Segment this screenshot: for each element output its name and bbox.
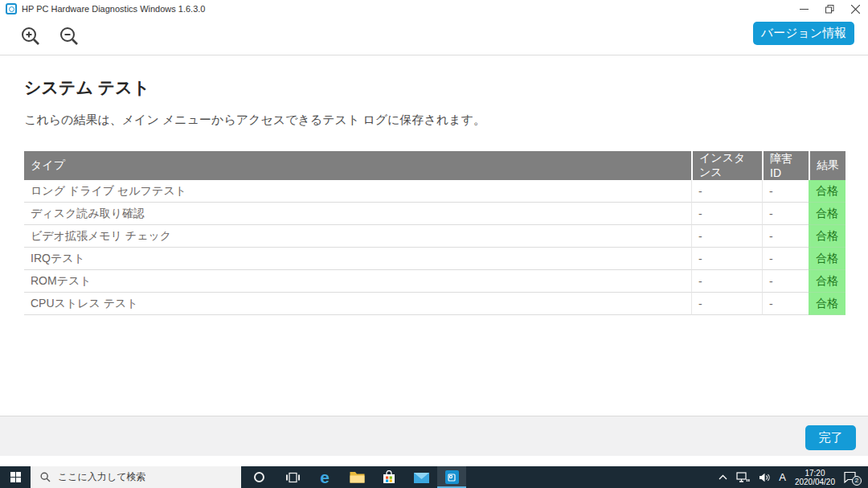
- titlebar: HP PC Hardware Diagnostics Windows 1.6.3…: [0, 0, 868, 18]
- cell-fault-id: -: [762, 270, 809, 293]
- network-icon[interactable]: [736, 472, 750, 482]
- close-button[interactable]: [842, 0, 868, 18]
- zoom-in-icon[interactable]: [19, 25, 42, 47]
- search-placeholder: ここに入力して検索: [58, 470, 145, 484]
- col-header-type: タイプ: [24, 151, 691, 180]
- file-explorer-icon: [350, 471, 365, 483]
- cell-fault-id: -: [762, 248, 809, 270]
- main-content: システム テスト これらの結果は、メイン メニューからアクセスできるテスト ログ…: [0, 76, 868, 315]
- table-header-row: タイプ インスタンス 障害ID 結果: [24, 151, 845, 180]
- file-explorer-button[interactable]: [341, 466, 373, 488]
- cell-fault-id: -: [762, 293, 809, 315]
- cell-result: 合格: [809, 270, 845, 293]
- page-title: システム テスト: [24, 76, 845, 99]
- footer-bar: 完了: [0, 416, 868, 456]
- table-row: ロング ドライブ セルフテスト - - 合格: [24, 180, 845, 203]
- cell-type: ROMテスト: [24, 270, 691, 293]
- store-button[interactable]: [373, 466, 405, 488]
- cell-result: 合格: [809, 248, 845, 270]
- hp-diagnostics-icon: [445, 470, 459, 484]
- search-icon: [40, 472, 51, 482]
- cell-fault-id: -: [762, 203, 809, 225]
- hp-diagnostics-app-icon: [6, 3, 17, 14]
- window-controls: [791, 0, 868, 18]
- ime-indicator[interactable]: A: [779, 471, 786, 483]
- cell-result: 合格: [809, 203, 845, 225]
- taskbar-search-input[interactable]: ここに入力して検索: [31, 466, 241, 488]
- cell-type: IRQテスト: [24, 248, 691, 270]
- cell-result: 合格: [809, 180, 845, 203]
- taskbar-spacer: [466, 466, 719, 488]
- chevron-up-icon[interactable]: [719, 474, 727, 480]
- table-row: ビデオ拡張メモリ チェック - - 合格: [24, 225, 845, 248]
- cell-instance: -: [691, 225, 762, 248]
- tray-time: 17:20: [795, 469, 835, 478]
- speaker-icon[interactable]: [759, 473, 770, 482]
- hp-diagnostics-taskbar-button[interactable]: [437, 466, 466, 488]
- window-title: HP PC Hardware Diagnostics Windows 1.6.3…: [22, 4, 205, 14]
- cell-instance: -: [691, 293, 762, 315]
- notification-badge: 2: [852, 476, 862, 486]
- action-center-button[interactable]: 2: [844, 471, 857, 483]
- cell-instance: -: [691, 203, 762, 225]
- table-row: ディスク読み取り確認 - - 合格: [24, 203, 845, 225]
- windows-taskbar: ここに入力して検索 e: [0, 466, 868, 488]
- edge-button[interactable]: e: [309, 466, 341, 488]
- zoom-out-icon[interactable]: [58, 25, 80, 47]
- cell-instance: -: [691, 270, 762, 293]
- cell-instance: -: [691, 248, 762, 270]
- task-view-icon: [286, 472, 300, 483]
- col-header-fault-id: 障害ID: [762, 151, 809, 180]
- tray-date: 2020/04/20: [795, 478, 835, 486]
- start-icon: [10, 472, 21, 482]
- cell-result: 合格: [809, 293, 845, 315]
- toolbar: バージョン情報: [0, 18, 868, 55]
- col-header-result: 結果: [809, 151, 845, 180]
- page-description: これらの結果は、メイン メニューからアクセスできるテスト ログに保存されます。: [24, 113, 845, 128]
- system-tray: A 17:20 2020/04/20 2: [719, 466, 868, 488]
- task-view-button[interactable]: [276, 466, 309, 488]
- cell-type: ロング ドライブ セルフテスト: [24, 180, 691, 203]
- version-info-button[interactable]: バージョン情報: [753, 22, 854, 45]
- mail-icon: [414, 472, 429, 483]
- mail-button[interactable]: [405, 466, 437, 488]
- cell-fault-id: -: [762, 225, 809, 248]
- restore-button[interactable]: [817, 0, 842, 18]
- col-header-instance: インスタンス: [691, 151, 762, 180]
- minimize-button[interactable]: [791, 0, 817, 18]
- cortana-icon: [254, 472, 264, 482]
- edge-icon: e: [320, 469, 330, 486]
- cell-fault-id: -: [762, 180, 809, 203]
- app-window: HP PC Hardware Diagnostics Windows 1.6.3…: [0, 0, 868, 466]
- cell-result: 合格: [809, 225, 845, 248]
- table-row: CPUストレス テスト - - 合格: [24, 293, 845, 315]
- table-row: ROMテスト - - 合格: [24, 270, 845, 293]
- results-table: タイプ インスタンス 障害ID 結果 ロング ドライブ セルフテスト - - 合…: [24, 151, 845, 315]
- cell-type: ディスク読み取り確認: [24, 203, 691, 225]
- store-icon: [383, 470, 395, 484]
- done-button[interactable]: 完了: [805, 425, 856, 450]
- cortana-button[interactable]: [241, 466, 276, 488]
- cell-type: CPUストレス テスト: [24, 293, 691, 315]
- cell-instance: -: [691, 180, 762, 203]
- table-row: IRQテスト - - 合格: [24, 248, 845, 270]
- start-button[interactable]: [0, 466, 31, 488]
- cell-type: ビデオ拡張メモリ チェック: [24, 225, 691, 248]
- taskbar-clock[interactable]: 17:20 2020/04/20: [795, 469, 835, 486]
